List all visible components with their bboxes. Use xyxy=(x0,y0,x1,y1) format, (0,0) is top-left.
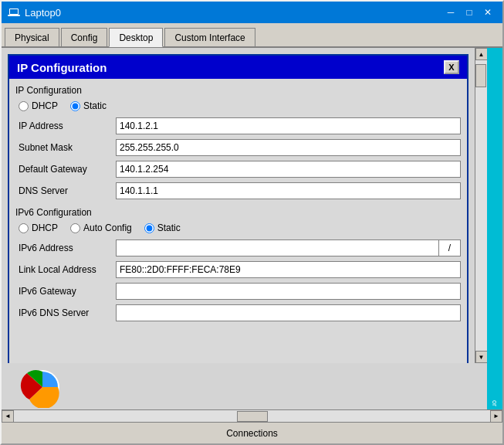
ip-config-title: IP Configuration xyxy=(17,61,107,74)
dhcp-radio[interactable] xyxy=(19,101,29,111)
laptop-icon xyxy=(8,6,20,19)
tabs-bar: Physical Config Desktop Custom Interface xyxy=(2,23,502,48)
scroll-left-button[interactable]: ◄ xyxy=(2,410,14,423)
ip-address-input[interactable] xyxy=(116,117,461,134)
title-bar-controls: ─ □ ✕ xyxy=(442,5,496,20)
scroll-track xyxy=(475,60,487,351)
autoconfig-radio-label[interactable]: Auto Config xyxy=(70,222,132,233)
subnet-mask-input[interactable] xyxy=(116,139,461,156)
default-gateway-input[interactable] xyxy=(116,161,461,178)
tab-config[interactable]: Config xyxy=(61,28,108,46)
ipv6-section-label: IPv6 Configuration xyxy=(15,207,461,218)
link-local-row: Link Local Address xyxy=(15,261,461,278)
ip-section-label: IP Configuration xyxy=(15,85,461,96)
window-title: Laptop0 xyxy=(25,7,61,19)
scroll-thumb[interactable] xyxy=(475,64,486,87)
svg-rect-1 xyxy=(10,9,18,14)
connections-label: Connections xyxy=(226,428,278,439)
static-radio-label[interactable]: Static xyxy=(70,100,107,111)
default-gateway-label: Default Gateway xyxy=(15,164,116,175)
tab-desktop[interactable]: Desktop xyxy=(109,28,163,47)
dns-server-row: DNS Server xyxy=(15,182,461,199)
ipv6-gateway-row: IPv6 Gateway xyxy=(15,283,461,300)
main-window: Laptop0 ─ □ ✕ Physical Config Desktop Cu… xyxy=(0,0,504,445)
h-scroll-track xyxy=(14,410,490,422)
ip-address-row: IP Address xyxy=(15,117,461,134)
tab-custom-interface[interactable]: Custom Interface xyxy=(164,28,255,46)
dhcp6-radio-label[interactable]: DHCP xyxy=(19,222,58,233)
status-footer: Connections xyxy=(2,422,502,443)
ip-config-body: IP Configuration DHCP Static xyxy=(9,79,467,363)
h-scroll-thumb[interactable] xyxy=(237,411,268,422)
ipv6-dns-row: IPv6 DNS Server xyxy=(15,304,461,321)
ipv6-address-input-wrapper: / xyxy=(116,239,461,256)
ip-address-label: IP Address xyxy=(15,121,116,131)
minimize-button[interactable]: ─ xyxy=(442,5,459,20)
ip-config-dialog: IP Configuration X IP Configuration xyxy=(8,54,468,363)
close-button[interactable]: ✕ xyxy=(479,5,496,20)
ipv6-gateway-label: IPv6 Gateway xyxy=(15,286,116,297)
subnet-mask-row: Subnet Mask xyxy=(15,139,461,156)
ip-config-header: IP Configuration X xyxy=(9,56,467,79)
title-bar-left: Laptop0 xyxy=(8,6,61,19)
right-accent-bar: or xyxy=(487,48,502,409)
dhcp-radio-label[interactable]: DHCP xyxy=(19,100,58,111)
dns-server-label: DNS Server xyxy=(15,185,116,196)
autoconfig-radio[interactable] xyxy=(70,223,80,233)
ip-config-close-button[interactable]: X xyxy=(444,60,459,74)
static6-radio[interactable] xyxy=(144,223,154,233)
horizontal-scrollbar: ◄ ► xyxy=(2,409,502,422)
ipv6-dns-input[interactable] xyxy=(116,304,461,321)
scroll-down-button[interactable]: ▼ xyxy=(475,351,488,363)
scroll-up-button[interactable]: ▲ xyxy=(475,48,488,60)
link-local-input[interactable] xyxy=(116,261,461,278)
ipv6-prefix-length: / xyxy=(439,239,461,256)
dns-server-input[interactable] xyxy=(116,182,461,199)
ipv6-section: IPv6 Configuration DHCP Aut xyxy=(15,207,461,321)
ipv6-radio-row: DHCP Auto Config Static xyxy=(15,222,461,233)
title-bar: Laptop0 ─ □ ✕ xyxy=(2,2,502,23)
static6-radio-label[interactable]: Static xyxy=(144,222,181,233)
default-gateway-row: Default Gateway xyxy=(15,161,461,178)
ipv6-dns-label: IPv6 DNS Server xyxy=(15,307,116,318)
ipv6-address-label: IPv6 Address xyxy=(15,243,116,253)
tab-physical[interactable]: Physical xyxy=(5,28,59,46)
scroll-right-button[interactable]: ► xyxy=(490,410,502,423)
dhcp6-radio[interactable] xyxy=(19,223,29,233)
vertical-scrollbar: ▲ ▼ xyxy=(475,48,487,363)
ipv6-address-input[interactable] xyxy=(116,239,439,256)
ipv4-radio-row: DHCP Static xyxy=(15,100,461,111)
laptop-graphic xyxy=(8,365,77,408)
ipv6-address-row: IPv6 Address / xyxy=(15,239,461,256)
static-radio[interactable] xyxy=(70,101,80,111)
svg-rect-2 xyxy=(8,15,20,16)
ipv6-gateway-input[interactable] xyxy=(116,283,461,300)
subnet-mask-label: Subnet Mask xyxy=(15,142,116,153)
right-accent-text: or xyxy=(491,400,499,406)
link-local-label: Link Local Address xyxy=(15,264,116,275)
maximize-button[interactable]: □ xyxy=(461,5,478,20)
